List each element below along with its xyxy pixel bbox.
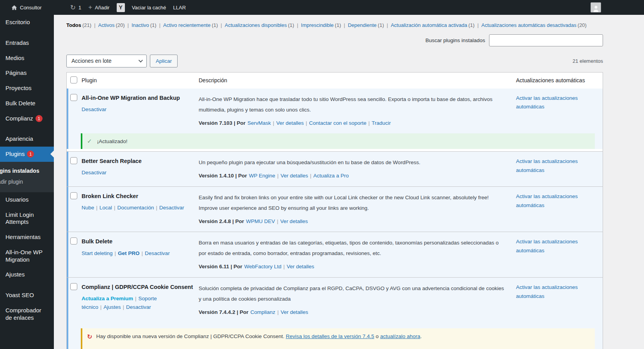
updated-success-notice: ✓ ¡Actualizado! bbox=[81, 133, 595, 149]
admin-bar-updates[interactable]: ↻ 1 bbox=[67, 0, 85, 15]
enable-autoupdate-link[interactable]: Activar las actualizaciones automáticas bbox=[516, 283, 590, 301]
yoast-icon: Y bbox=[117, 3, 125, 12]
user-avatar[interactable] bbox=[591, 2, 601, 12]
enable-autoupdate-link[interactable]: Activar las actualizaciones automáticas bbox=[516, 157, 590, 175]
admin-bar-llar[interactable]: LLAR bbox=[170, 0, 190, 15]
view-details-link[interactable]: Ver detalles bbox=[280, 218, 308, 224]
author-link[interactable]: WebFactory Ltd bbox=[244, 264, 281, 269]
sidebar-item-all-in-one-wp-migration[interactable]: All-in-One WP Migration bbox=[0, 245, 54, 268]
plugins-count-badge: 1 bbox=[27, 151, 34, 158]
view-details-link[interactable]: Ver detalles bbox=[281, 173, 308, 179]
sidebar-item-bulk-delete[interactable]: Bulk Delete bbox=[0, 96, 54, 111]
start-deleting-link[interactable]: Start deleting bbox=[82, 250, 113, 256]
submenu-item-anadir-plugin[interactable]: Añadir plugin bbox=[0, 176, 54, 187]
apply-button[interactable]: Aplicar bbox=[150, 55, 178, 67]
updates-count: 1 bbox=[78, 5, 81, 11]
author-link[interactable]: ServMask bbox=[247, 120, 271, 126]
filter-activo-recientemente[interactable]: Activo recientemente(1) bbox=[163, 22, 218, 28]
sidebar-item-apariencia[interactable]: Apariencia bbox=[0, 131, 54, 147]
items-count: 21 elementos bbox=[573, 58, 603, 64]
clear-cache-label: Vaciar la caché bbox=[132, 5, 166, 11]
select-all-checkbox[interactable] bbox=[70, 76, 77, 83]
plugins-table: Plugin Descripción Actualizaciones autom… bbox=[66, 72, 603, 349]
admin-bar-yoast[interactable]: Y bbox=[113, 0, 128, 15]
plugin-version: Versión 7.103 | Por bbox=[199, 120, 246, 126]
search-label: Buscar plugins instalados bbox=[425, 37, 485, 43]
plugin-version: Versión 2.4.8 | Por bbox=[199, 218, 244, 224]
chevron-down-icon bbox=[139, 58, 143, 62]
sidebar-item-ajustes[interactable]: Ajustes bbox=[0, 267, 54, 282]
sidebar-item-entradas[interactable]: Entradas bbox=[0, 35, 54, 51]
filter-actualizaciones-disponibles[interactable]: Actualizaciones disponibles(1) bbox=[225, 22, 294, 28]
menu-separator bbox=[0, 30, 54, 35]
deactivate-link[interactable]: Desactivar bbox=[145, 250, 170, 256]
local-link[interactable]: Local bbox=[100, 205, 112, 211]
plugin-name: Broken Link Checker bbox=[82, 192, 194, 200]
filter-todos[interactable]: Todos(21) bbox=[66, 22, 91, 28]
bulk-actions-select[interactable]: Acciones en lote bbox=[66, 55, 147, 67]
enable-autoupdate-link[interactable]: Activar las actualizaciones automáticas bbox=[516, 192, 590, 210]
column-header-plugin: Plugin bbox=[82, 77, 199, 83]
plugin-description: Un pequeño plugin para ejecutar una búsq… bbox=[199, 157, 507, 168]
menu-separator bbox=[0, 282, 54, 288]
admin-bar-clear-cache[interactable]: Vaciar la caché bbox=[128, 0, 170, 15]
filter-inactivo[interactable]: Inactivo(1) bbox=[132, 22, 157, 28]
row-checkbox[interactable] bbox=[70, 192, 77, 199]
view-details-link[interactable]: Ver detalles bbox=[281, 309, 308, 315]
enable-autoupdate-link[interactable]: Activar las actualizaciones automáticas bbox=[516, 94, 590, 112]
documentation-link[interactable]: Documentación bbox=[117, 205, 154, 211]
sidebar-item-usuarios[interactable]: Usuarios bbox=[0, 192, 54, 207]
enable-autoupdate-link[interactable]: Activar las actualizaciones automáticas bbox=[516, 237, 590, 255]
filter-autoupdate-activada[interactable]: Actualización automática activada(1) bbox=[391, 22, 475, 28]
admin-bar-site-link[interactable]: Consultor bbox=[8, 0, 45, 15]
update-now-link[interactable]: actualízalo ahora bbox=[380, 333, 420, 339]
sidebar-item-plugins[interactable]: Plugins1 bbox=[0, 147, 54, 162]
settings-link[interactable]: Ajustes bbox=[103, 304, 121, 310]
table-row: All-in-One WP Migration and Backup Desac… bbox=[67, 89, 603, 149]
author-link[interactable]: Complianz bbox=[251, 309, 276, 315]
sidebar-item-complianz[interactable]: Complianz1 bbox=[0, 111, 54, 126]
view-details-link[interactable]: Ver detalles bbox=[286, 264, 314, 269]
translate-link[interactable]: Traducir bbox=[372, 120, 391, 126]
author-link[interactable]: WP Engine bbox=[249, 173, 275, 179]
plugin-name: Complianz | GDPR/CCPA Cookie Consent bbox=[82, 283, 194, 291]
sidebar-item-limit-login-attempts[interactable]: Limit Login Attempts bbox=[0, 207, 54, 230]
row-checkbox[interactable] bbox=[70, 237, 77, 244]
site-name: Consultor bbox=[20, 5, 42, 11]
admin-bar-add-new[interactable]: + Añadir bbox=[85, 0, 113, 15]
contact-support-link[interactable]: Contactar con el soporte bbox=[309, 120, 366, 126]
deactivate-link[interactable]: Desactivar bbox=[126, 304, 151, 310]
plus-icon: + bbox=[88, 4, 92, 11]
filter-autoupdates-desactivadas[interactable]: Actualizaciones automáticas desactivadas… bbox=[481, 22, 587, 28]
view-version-details-link[interactable]: Revisa los detalles de la versión 7.4.5 bbox=[286, 333, 374, 339]
sidebar-item-comprobador-de-enlaces[interactable]: Comprobador de enlaces bbox=[0, 303, 54, 326]
row-checkbox[interactable] bbox=[70, 157, 77, 164]
table-row: Broken Link Checker Nube|Local|Documenta… bbox=[67, 186, 603, 232]
sidebar-item-herramientas[interactable]: Herramientas bbox=[0, 230, 54, 245]
upgrade-to-premium-link[interactable]: Actualiza a Premium bbox=[82, 296, 133, 301]
plugin-description: Solución completa de privacidad de Compl… bbox=[199, 283, 507, 304]
sidebar-item-proyectos[interactable]: Proyectos bbox=[0, 81, 54, 96]
llar-label: LLAR bbox=[173, 5, 186, 11]
sidebar-item-medios[interactable]: Medios bbox=[0, 51, 54, 66]
filter-imprescindible[interactable]: Imprescindible(1) bbox=[301, 22, 341, 28]
author-link[interactable]: WPMU DEV bbox=[246, 218, 275, 224]
deactivate-link[interactable]: Desactivar bbox=[82, 106, 107, 112]
filter-dependiente[interactable]: Dependiente(1) bbox=[348, 22, 384, 28]
search-input[interactable] bbox=[489, 34, 603, 46]
plugin-version: Versión 1.4.10 | Por bbox=[199, 173, 247, 179]
deactivate-link[interactable]: Desactivar bbox=[159, 205, 184, 211]
get-pro-link[interactable]: Get PRO bbox=[118, 250, 140, 256]
sidebar-item-escritorio[interactable]: Escritorio bbox=[0, 15, 54, 30]
menu-separator bbox=[0, 126, 54, 131]
sidebar-item-yoast-seo[interactable]: Yoast SEO bbox=[0, 288, 54, 303]
upgrade-to-pro-link[interactable]: Actualiza a Pro bbox=[313, 173, 349, 179]
row-checkbox[interactable] bbox=[70, 283, 77, 290]
cloud-link[interactable]: Nube bbox=[82, 205, 94, 211]
deactivate-link[interactable]: Desactivar bbox=[82, 170, 107, 175]
row-checkbox[interactable] bbox=[70, 94, 77, 101]
sidebar-item-paginas[interactable]: Páginas bbox=[0, 66, 54, 81]
filter-activos[interactable]: Activos(20) bbox=[98, 22, 125, 28]
submenu-item-plugins-instalados[interactable]: Plugins instalados bbox=[0, 165, 54, 176]
view-details-link[interactable]: Ver detalles bbox=[276, 120, 304, 126]
